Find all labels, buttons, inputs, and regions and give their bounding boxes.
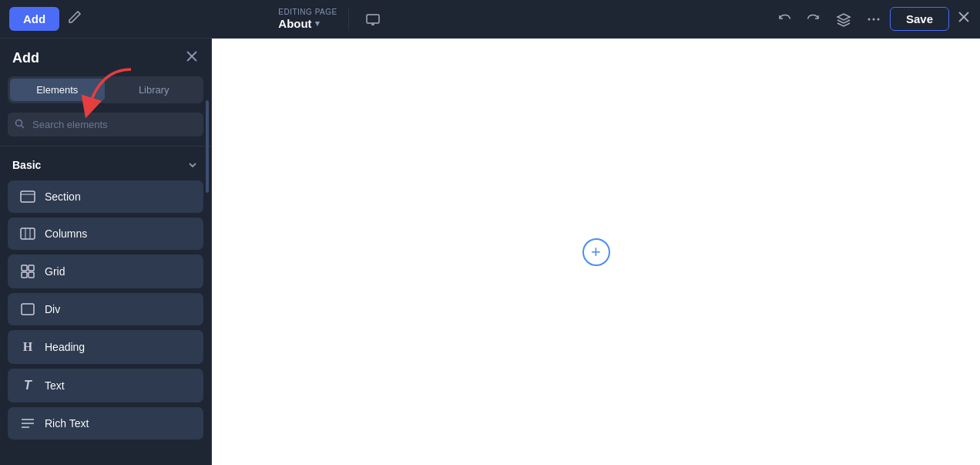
undo-button[interactable]	[771, 8, 797, 31]
element-text-label: Text	[45, 379, 65, 392]
save-button[interactable]: Save	[890, 7, 949, 31]
div-icon	[20, 303, 35, 315]
editing-page-label: EDITING PAGE	[278, 8, 337, 17]
heading-icon: H	[20, 340, 35, 354]
more-options-button[interactable]	[861, 8, 887, 31]
chevron-down-icon: ▾	[315, 19, 320, 29]
svg-rect-13	[21, 228, 35, 239]
element-grid[interactable]: Grid	[8, 254, 203, 288]
canvas-area: +	[212, 39, 980, 465]
element-section[interactable]: Section	[8, 180, 203, 213]
canvas-add-button[interactable]: +	[582, 238, 610, 266]
sidebar: Add Elements Library	[0, 39, 212, 465]
topbar: Add EDITING PAGE About ▾	[0, 0, 980, 39]
svg-point-1	[868, 18, 870, 20]
search-box	[8, 113, 203, 136]
svg-rect-18	[22, 272, 27, 278]
page-name[interactable]: About ▾	[278, 17, 337, 31]
add-button[interactable]: Add	[9, 7, 59, 31]
tab-elements[interactable]: Elements	[10, 79, 105, 101]
element-heading[interactable]: H Heading	[8, 330, 203, 364]
desktop-view-button[interactable]	[360, 8, 386, 31]
search-input[interactable]	[8, 113, 203, 136]
section-icon	[20, 190, 35, 203]
svg-rect-11	[21, 191, 35, 202]
divider	[0, 146, 211, 147]
element-columns-label: Columns	[45, 227, 87, 240]
svg-rect-19	[29, 272, 34, 278]
element-div[interactable]: Div	[8, 293, 203, 325]
element-grid-label: Grid	[45, 265, 65, 278]
scrollbar[interactable]	[205, 77, 210, 465]
svg-point-3	[877, 18, 879, 20]
tab-switcher: Elements Library	[8, 76, 203, 103]
redo-button[interactable]	[800, 8, 827, 31]
separator	[348, 8, 349, 30]
svg-point-2	[872, 18, 874, 20]
layers-button[interactable]	[830, 8, 858, 31]
main-layout: Add Elements Library	[0, 39, 980, 465]
element-heading-label: Heading	[45, 341, 85, 353]
editing-page-info: EDITING PAGE About ▾	[278, 8, 385, 31]
sidebar-header: Add	[0, 39, 211, 76]
element-section-label: Section	[45, 190, 81, 203]
columns-icon	[20, 227, 35, 240]
richtext-icon	[20, 418, 35, 429]
element-richtext[interactable]: Rich Text	[8, 407, 203, 440]
text-icon: T	[20, 379, 35, 393]
section-header-label: Basic	[12, 159, 41, 171]
chevron-down-icon	[186, 159, 199, 171]
elements-list: Section Columns	[0, 177, 211, 443]
sidebar-title: Add	[12, 50, 39, 66]
svg-rect-0	[367, 15, 379, 23]
close-icon[interactable]	[957, 10, 971, 28]
svg-rect-16	[22, 265, 27, 271]
basic-section-header[interactable]: Basic	[0, 153, 211, 177]
svg-rect-20	[22, 304, 34, 315]
topbar-right: Save	[771, 7, 971, 31]
svg-rect-17	[29, 265, 34, 271]
sidebar-close-button[interactable]	[185, 49, 199, 67]
edit-icon[interactable]	[67, 9, 82, 29]
grid-icon	[20, 265, 35, 278]
element-columns[interactable]: Columns	[8, 217, 203, 250]
element-div-label: Div	[45, 303, 60, 315]
tab-library[interactable]: Library	[107, 79, 202, 101]
element-text[interactable]: T Text	[8, 369, 203, 403]
element-richtext-label: Rich Text	[45, 417, 89, 430]
